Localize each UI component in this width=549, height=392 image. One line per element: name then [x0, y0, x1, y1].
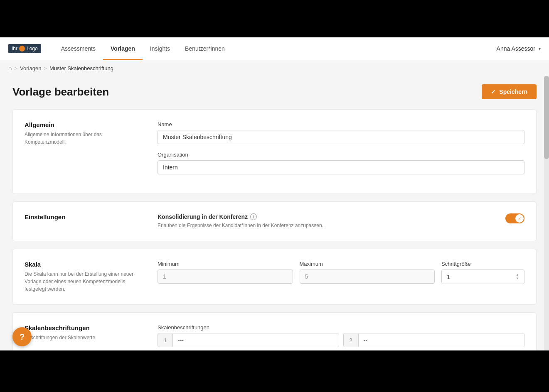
name-field-group: Name — [158, 121, 524, 144]
breadcrumb-vorlagen[interactable]: Vorlagen — [20, 65, 41, 71]
scale-label-item-2: 2 — [343, 333, 525, 347]
scrollbar-track — [544, 76, 549, 350]
logo-ihr: Ihr — [12, 46, 17, 51]
allgemein-section-desc: Allgemeine Informationen über das Kompet… — [25, 131, 141, 146]
chevron-down-icon: ▾ — [539, 47, 541, 51]
scale-num-1: 1 — [158, 334, 173, 347]
allgemein-section-title: Allgemein — [25, 121, 141, 128]
breadcrumb-sep-2: > — [44, 65, 47, 71]
minimum-field: Minimum — [158, 261, 293, 284]
save-button[interactable]: ✓ Speichern — [482, 84, 537, 99]
save-button-label: Speichern — [499, 88, 527, 95]
konsolidierung-toggle[interactable]: ✓ — [505, 213, 524, 223]
logo-circle — [19, 46, 25, 51]
skalenbeschriftungen-label: Skalenbeschriftungen — [158, 324, 524, 331]
maximum-field: Maximum — [300, 261, 435, 284]
content-area: Vorlage bearbeiten ✓ Speichern Allgemein… — [0, 76, 549, 350]
scale-label-input-1[interactable] — [173, 333, 339, 347]
minimum-input — [158, 270, 293, 284]
nav-insights[interactable]: Insights — [143, 37, 177, 60]
scale-fields-row: Minimum Maximum Schrittgröße 1 ▲ — [158, 261, 524, 284]
allgemein-card: Allgemein Allgemeine Informationen über … — [12, 109, 537, 194]
name-input[interactable] — [158, 130, 524, 144]
allgemein-card-right: Name Organisation — [158, 121, 524, 182]
org-input[interactable] — [158, 160, 524, 174]
scale-labels-grid: 1 2 3 4 — [158, 333, 524, 350]
breadcrumb: ⌂ > Vorlagen > Muster Skalenbeschriftung — [0, 60, 549, 76]
skalenbeschriftungen-section-title: Skalenbeschriftungen — [25, 324, 141, 331]
check-icon: ✓ — [491, 88, 496, 95]
logo-rest: Logo — [27, 46, 38, 51]
schrittgroesse-label: Schrittgröße — [441, 261, 524, 267]
konsolidierung-text: Konsolidierung in der Konferenz i Erlaub… — [158, 213, 497, 229]
skala-card-right: Minimum Maximum Schrittgröße 1 ▲ — [158, 261, 524, 293]
spin-up-icon[interactable]: ▲ — [516, 273, 519, 277]
nav-links: Assessments Vorlagen Insights Benutzer*i… — [54, 37, 497, 60]
skalenbeschriftungen-card-left: Skalenbeschriftungen Beschriftungen der … — [25, 324, 141, 350]
spin-arrows: ▲ ▼ — [516, 273, 519, 280]
user-name: Anna Assessor — [497, 45, 535, 52]
schrittgroesse-input[interactable]: 1 ▲ ▼ — [441, 270, 524, 284]
skala-card-left: Skala Die Skala kann nur bei der Erstell… — [25, 261, 141, 293]
nav-vorlagen[interactable]: Vorlagen — [103, 37, 143, 60]
maximum-input — [300, 270, 435, 284]
einstellungen-section-title: Einstellungen — [25, 213, 141, 220]
einstellungen-card-right: Konsolidierung in der Konferenz i Erlaub… — [158, 213, 524, 229]
konsolidierung-desc: Erlauben die Ergebnisse der Kandidat*inn… — [158, 222, 497, 229]
konsolidierung-info-icon[interactable]: i — [250, 213, 257, 220]
page-header: Vorlage bearbeiten ✓ Speichern — [12, 84, 537, 99]
user-menu[interactable]: Anna Assessor ▾ — [497, 45, 541, 52]
org-field-group: Organisation — [158, 152, 524, 174]
name-label: Name — [158, 121, 524, 127]
toggle-knob: ✓ — [515, 214, 524, 223]
top-navigation: Ihr Logo Assessments Vorlagen Insights B… — [0, 37, 549, 60]
breadcrumb-current: Muster Skalenbeschriftung — [49, 65, 113, 71]
skalenbeschriftungen-card-right: Skalenbeschriftungen 1 2 3 — [158, 324, 524, 350]
help-button[interactable]: ? — [12, 327, 32, 346]
minimum-label: Minimum — [158, 261, 293, 267]
page-title: Vorlage bearbeiten — [12, 86, 109, 98]
scale-num-2: 2 — [344, 334, 359, 347]
scale-label-item-1: 1 — [158, 333, 339, 347]
maximum-label: Maximum — [300, 261, 435, 267]
konsolidierung-toggle-row: Konsolidierung in der Konferenz i Erlaub… — [158, 213, 524, 229]
skala-section-title: Skala — [25, 261, 141, 268]
einstellungen-card: Einstellungen Konsolidierung in der Konf… — [12, 201, 537, 241]
nav-benutzer[interactable]: Benutzer*innen — [177, 37, 232, 60]
home-icon[interactable]: ⌂ — [8, 65, 12, 71]
spin-down-icon[interactable]: ▼ — [516, 277, 519, 280]
scale-label-input-2[interactable] — [359, 333, 524, 347]
skala-card: Skala Die Skala kann nur bei der Erstell… — [12, 249, 537, 305]
konsolidierung-title: Konsolidierung in der Konferenz i — [158, 213, 497, 220]
schrittgroesse-value: 1 — [447, 274, 450, 280]
org-label: Organisation — [158, 152, 524, 158]
scrollbar-thumb[interactable] — [544, 76, 549, 159]
breadcrumb-sep-1: > — [14, 65, 17, 71]
skala-section-desc: Die Skala kann nur bei der Erstellung ei… — [25, 270, 141, 293]
skalenbeschriftungen-card: Skalenbeschriftungen Beschriftungen der … — [12, 312, 537, 350]
nav-assessments[interactable]: Assessments — [54, 37, 103, 60]
allgemein-card-left: Allgemein Allgemeine Informationen über … — [25, 121, 141, 182]
schrittgroesse-field: Schrittgröße 1 ▲ ▼ — [441, 261, 524, 284]
einstellungen-card-left: Einstellungen — [25, 213, 141, 229]
skalenbeschriftungen-section-desc: Beschriftungen der Skalenwerte. — [25, 334, 141, 341]
logo[interactable]: Ihr Logo — [8, 44, 41, 53]
